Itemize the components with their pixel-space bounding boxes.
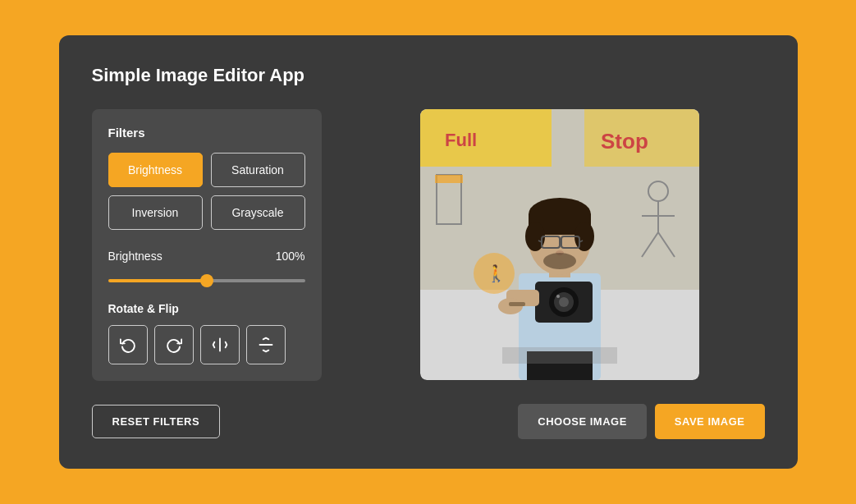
slider-value: 100%	[276, 250, 305, 263]
svg-text:🚶: 🚶	[486, 263, 506, 283]
flip-vertical-icon	[258, 337, 274, 353]
save-image-button[interactable]: SAVE IMAGE	[655, 404, 765, 439]
filter-btn-grayscale[interactable]: Grayscale	[211, 195, 305, 230]
rotate-right-button[interactable]	[154, 325, 194, 364]
svg-rect-39	[509, 302, 525, 306]
preview-image: Full Stop 🚶	[420, 109, 699, 380]
svg-rect-41	[502, 347, 617, 364]
image-section: Full Stop 🚶	[355, 109, 765, 380]
main-content: Filters Brightness Saturation Inversion …	[92, 109, 765, 381]
flip-horizontal-icon	[212, 337, 228, 353]
flip-horizontal-button[interactable]	[200, 325, 240, 364]
svg-text:Stop: Stop	[601, 129, 648, 153]
svg-point-36	[556, 295, 560, 298]
slider-section: Brightness 100%	[108, 250, 305, 286]
rotate-left-icon	[120, 337, 136, 353]
svg-rect-10	[435, 175, 463, 183]
rotate-flip-label: Rotate & Flip	[108, 302, 305, 315]
svg-text:Full: Full	[445, 130, 477, 150]
rotate-flip-buttons	[108, 325, 305, 364]
reset-filters-button[interactable]: RESET FILTERS	[92, 405, 221, 438]
svg-point-31	[543, 253, 576, 269]
filter-btn-brightness[interactable]: Brightness	[108, 153, 203, 187]
filters-label: Filters	[108, 126, 305, 140]
choose-image-button[interactable]: CHOOSE IMAGE	[518, 404, 647, 439]
svg-rect-5	[420, 109, 552, 167]
rotate-left-button[interactable]	[108, 325, 148, 364]
bottom-bar: RESET FILTERS CHOOSE IMAGE SAVE IMAGE	[92, 404, 765, 439]
rotate-right-icon	[166, 337, 182, 353]
filters-panel: Filters Brightness Saturation Inversion …	[92, 109, 322, 381]
slider-header: Brightness 100%	[108, 250, 305, 263]
filter-btn-saturation[interactable]: Saturation	[211, 153, 305, 187]
filter-buttons-grid: Brightness Saturation Inversion Grayscal…	[108, 153, 305, 230]
app-title: Simple Image Editor App	[92, 65, 765, 86]
app-container: Simple Image Editor App Filters Brightne…	[59, 35, 798, 469]
right-buttons: CHOOSE IMAGE SAVE IMAGE	[518, 404, 764, 439]
flip-vertical-button[interactable]	[246, 325, 286, 364]
brightness-slider[interactable]	[108, 279, 305, 282]
slider-label: Brightness	[108, 250, 163, 263]
filter-btn-inversion[interactable]: Inversion	[108, 195, 203, 230]
svg-point-35	[559, 297, 569, 307]
